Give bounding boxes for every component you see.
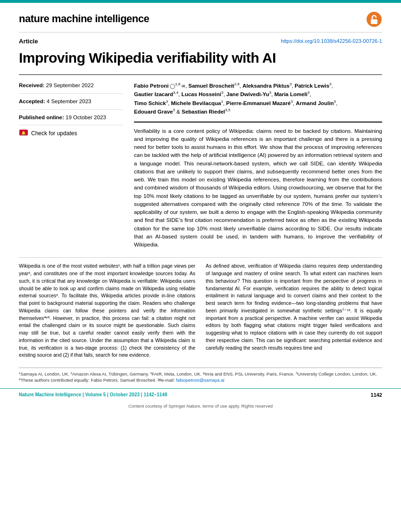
footer-divider (19, 368, 382, 368)
body-column-2: As defined above, verification of Wikipe… (206, 262, 382, 359)
svg-rect-1 (371, 19, 377, 24)
author-7: Jane Dwivedi-Yu (226, 91, 269, 97)
footer-affiliations: ¹Samaya AI, London, UK. ²Amazon Alexa AI… (0, 371, 401, 384)
author-9-sup: 3 (166, 99, 168, 104)
journal-title: nature machine intelligence (19, 11, 149, 26)
author-12: Armand Joulin (296, 100, 334, 106)
author-8: Maria Lomeli (274, 91, 307, 97)
published-item: Published online: 19 October 2023 (19, 114, 123, 126)
published-label: Published online: (19, 115, 66, 120)
page: nature machine intelligence Article http… (0, 0, 401, 532)
author-3: Aleksandra Piktus (242, 83, 290, 89)
author-12-sup: 3 (334, 99, 336, 104)
doi-link[interactable]: https://doi.org/10.1038/s42256-023-00726… (281, 38, 382, 45)
svg-text:🔔: 🔔 (21, 131, 26, 136)
author-2: Samuel Broscheit (188, 83, 234, 89)
meta-abstract-section: Received: 29 September 2022 Accepted: 4 … (0, 82, 401, 249)
email-symbol: ✉ (158, 377, 161, 383)
author-3-sup: 3 (290, 82, 292, 86)
paper-title: Improving Wikipedia verifiability with A… (0, 48, 401, 75)
body-column-1: Wikipedia is one of the most visited web… (19, 262, 195, 359)
author-10: Michele Bevilacqua (171, 100, 221, 106)
author-2-sup: 2,6 (234, 82, 239, 86)
email-label: e-mail: (161, 377, 176, 383)
author-11: Pierre-Emmanuel Mazaré (226, 100, 291, 106)
author-4: Patrick Lewis (295, 83, 330, 89)
received-label: Received: (19, 82, 46, 88)
author-7-sup: 3 (269, 90, 271, 95)
footer-page-number: 1142 (371, 392, 382, 399)
author-10-sup: 1 (221, 99, 223, 104)
author-5: Gautier Izacard (134, 91, 173, 97)
author-9: Timo Schick (134, 100, 166, 106)
first-author-sup: 1,6 (175, 82, 180, 86)
accepted-date: 4 September 2023 (47, 98, 92, 104)
author-8-sup: 3 (308, 90, 309, 95)
author-14-sup: 3,5 (225, 108, 230, 112)
meta-column: Received: 29 September 2022 Accepted: 4 … (19, 82, 123, 249)
accepted-label: Accepted: (19, 98, 47, 104)
received-item: Received: 29 September 2022 (19, 82, 123, 94)
authors-abstract-column: Fabio Petroni ◯1,6 ✉, Samuel Broscheit2,… (134, 82, 382, 249)
author-13-sup: 3 (173, 108, 175, 112)
email-icon: ✉ (180, 84, 185, 89)
footer-bottom: Nature Machine Intelligence | Volume 5 |… (0, 388, 401, 402)
author-14: Sebastian Riedel (182, 108, 225, 114)
section-divider (19, 74, 382, 75)
accepted-item: Accepted: 4 September 2023 (19, 98, 123, 110)
author-11-sup: 3 (291, 99, 292, 104)
article-meta-row: Article https://doi.org/10.1038/s42256-0… (0, 33, 401, 48)
author-6-sup: 3 (221, 90, 223, 95)
check-updates-icon: 🔔 (19, 129, 28, 138)
abstract-text: Verifiability is a core content policy o… (134, 127, 382, 249)
abstract-section: Verifiability is a core content policy o… (134, 122, 382, 249)
author-6: Lucas Hosseini (182, 91, 221, 97)
check-updates-button[interactable]: 🔔 Check for updates (19, 129, 123, 138)
authors-section: Fabio Petroni ◯1,6 ✉, Samuel Broscheit2,… (134, 82, 382, 115)
orcid-icon: ◯ (168, 83, 175, 89)
author-13: Edouard Grave (134, 108, 173, 114)
open-access-icon (366, 11, 382, 27)
received-date: 29 September 2022 (46, 82, 94, 88)
author-4-sup: 3 (329, 82, 331, 86)
body-columns: Wikipedia is one of the most visited web… (0, 262, 401, 359)
body-divider (19, 257, 382, 258)
footer-journal-name: Nature Machine Intelligence | Volume 5 |… (19, 392, 167, 399)
published-date: 19 October 2023 (66, 115, 106, 120)
check-updates-label: Check for updates (31, 130, 77, 138)
author-5-sup: 3,4 (173, 90, 178, 95)
article-label: Article (19, 37, 38, 46)
first-author: Fabio Petroni (134, 83, 168, 89)
email-link[interactable]: fabiopetroni@samaya.ai (176, 377, 225, 383)
header: nature machine intelligence (0, 3, 401, 32)
footer-copyright: Content courtesy of Springer Nature, ter… (0, 403, 401, 412)
